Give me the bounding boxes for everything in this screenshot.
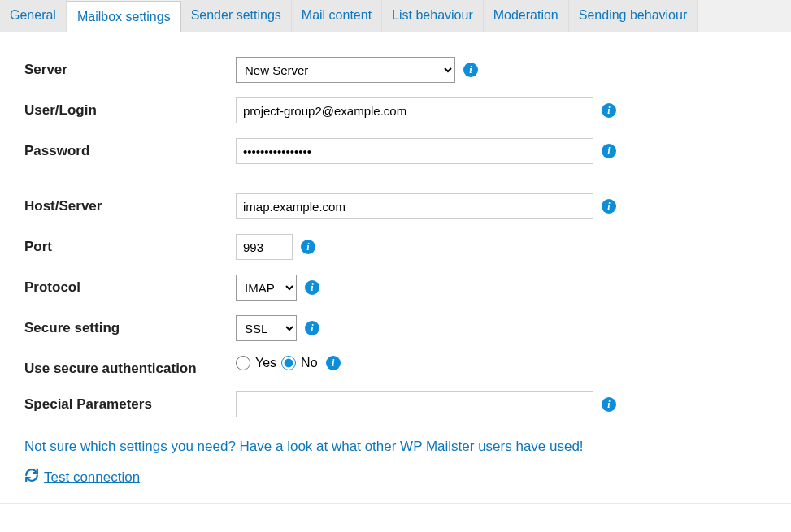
user-login-input[interactable] [236,97,593,123]
port-label: Port [24,234,236,255]
protocol-select[interactable]: IMAP [236,275,297,301]
tab-moderation[interactable]: Moderation [484,0,569,32]
info-icon[interactable]: i [602,103,616,118]
secure-setting-select[interactable]: SSL [236,315,297,341]
tab-sending-behaviour[interactable]: Sending behaviour [569,0,698,32]
use-secure-auth-label: Use secure authentication [24,356,236,377]
radio-yes-label: Yes [255,356,276,370]
refresh-icon [24,468,39,487]
settings-help-link[interactable]: Not sure which settings you need? Have a… [24,439,584,455]
mailbox-settings-panel: Server New Server i User/Login i Passwor… [0,32,791,504]
secure-auth-no-radio[interactable] [281,356,296,370]
server-label: Server [24,57,236,78]
password-input[interactable] [236,138,593,164]
password-label: Password [24,138,236,159]
port-input[interactable] [236,234,293,260]
info-icon[interactable]: i [602,199,616,214]
radio-no-label: No [301,356,317,370]
tabs-bar: General Mailbox settings Sender settings… [0,0,791,32]
host-server-label: Host/Server [24,193,236,214]
info-icon[interactable]: i [305,280,319,295]
info-icon[interactable]: i [326,356,341,370]
info-icon[interactable]: i [602,144,616,158]
info-icon[interactable]: i [602,397,616,412]
protocol-label: Protocol [24,275,236,296]
test-connection-label: Test connection [44,469,140,486]
tab-list-behaviour[interactable]: List behaviour [382,0,484,32]
special-parameters-input[interactable] [236,391,593,417]
tab-sender-settings[interactable]: Sender settings [181,0,292,32]
info-icon[interactable]: i [305,321,319,335]
secure-auth-yes-radio[interactable] [236,356,250,370]
tab-mail-content[interactable]: Mail content [292,0,382,32]
info-icon[interactable]: i [301,240,315,254]
tab-general[interactable]: General [0,0,67,32]
info-icon[interactable]: i [463,63,478,77]
tab-mailbox-settings[interactable]: Mailbox settings [67,1,181,32]
host-server-input[interactable] [236,193,593,219]
secure-setting-label: Secure setting [24,315,236,336]
server-select[interactable]: New Server [236,57,455,83]
user-login-label: User/Login [24,97,236,119]
test-connection-link[interactable]: Test connection [24,468,140,487]
special-parameters-label: Special Parameters [24,391,236,413]
